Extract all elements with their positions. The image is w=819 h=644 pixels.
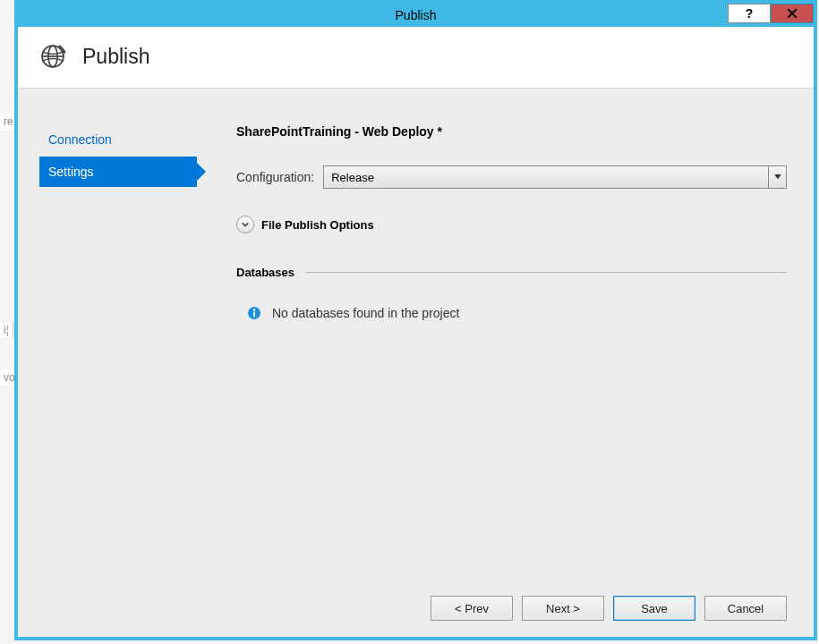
prev-button[interactable]: < Prev — [431, 596, 513, 621]
file-publish-options-label: File Publish Options — [261, 218, 374, 232]
help-button[interactable]: ? — [728, 4, 771, 23]
info-icon — [247, 306, 261, 320]
close-button[interactable] — [771, 4, 814, 23]
svg-marker-4 — [774, 174, 781, 179]
sidebar-item-settings[interactable]: Settings — [39, 157, 197, 187]
svg-rect-7 — [253, 312, 255, 318]
databases-section-header: Databases — [236, 266, 787, 279]
svg-point-6 — [253, 309, 255, 310]
wizard-button-row: < Prev Next > Save Cancel — [18, 580, 814, 637]
configuration-dropdown[interactable]: Release — [323, 165, 787, 189]
wizard-sidebar: Connection Settings — [18, 89, 197, 580]
no-databases-row: No databases found in the project — [236, 306, 787, 320]
configuration-row: Configuration: Release — [236, 165, 787, 189]
chevron-down-icon — [768, 166, 786, 188]
section-divider — [305, 272, 787, 273]
publish-dialog: Publish ? Publish Connec — [14, 0, 817, 640]
chevron-down-icon — [236, 216, 254, 233]
content-row: Connection Settings SharePointTraining -… — [18, 89, 814, 580]
settings-panel: SharePointTraining - Web Deploy * Config… — [197, 89, 814, 580]
sidebar-item-label: Connection — [48, 132, 112, 147]
profile-name: SharePointTraining - Web Deploy * — [236, 124, 787, 139]
page-title: Publish — [82, 45, 149, 69]
bg-text: i¦ — [0, 322, 13, 338]
sidebar-item-connection[interactable]: Connection — [39, 124, 197, 155]
sidebar-item-label: Settings — [48, 165, 94, 179]
configuration-label: Configuration: — [236, 170, 314, 184]
cancel-button[interactable]: Cancel — [704, 596, 787, 621]
header: Publish — [18, 27, 814, 88]
file-publish-options-expander[interactable]: File Publish Options — [236, 216, 787, 233]
titlebar-buttons: ? — [728, 4, 814, 25]
globe-publish-icon — [38, 41, 68, 72]
main-area: Connection Settings SharePointTraining -… — [18, 88, 814, 637]
titlebar: Publish ? — [18, 4, 814, 27]
save-button[interactable]: Save — [613, 596, 695, 621]
window-title: Publish — [396, 8, 437, 22]
configuration-value: Release — [324, 166, 768, 188]
databases-title: Databases — [236, 266, 294, 279]
no-databases-text: No databases found in the project — [272, 306, 459, 320]
next-button[interactable]: Next > — [522, 596, 604, 621]
